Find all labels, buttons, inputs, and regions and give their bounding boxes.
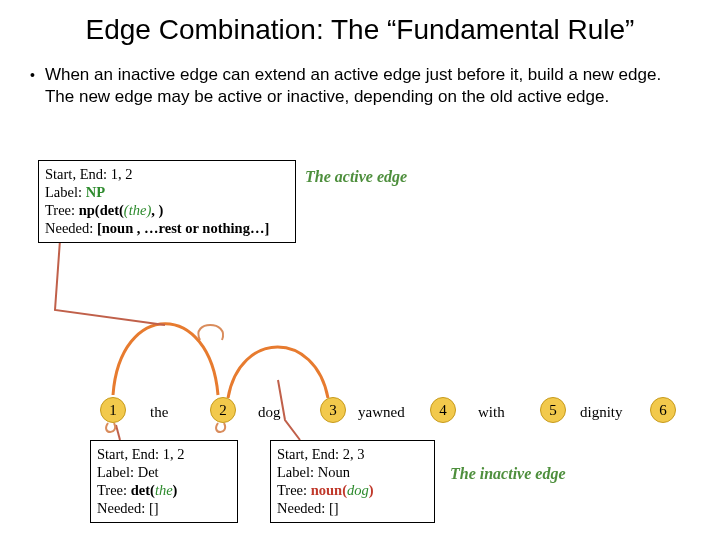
node-5: 5 bbox=[540, 397, 566, 423]
word-the: the bbox=[150, 404, 168, 421]
t: np( bbox=[79, 202, 100, 218]
t: det( bbox=[100, 202, 124, 218]
t: Needed: [] bbox=[277, 499, 428, 517]
t: , ) bbox=[151, 202, 163, 218]
word-with: with bbox=[478, 404, 505, 421]
t: NP bbox=[86, 184, 105, 200]
t: Needed: bbox=[45, 220, 97, 236]
t: the bbox=[155, 482, 173, 498]
t: noun( bbox=[311, 482, 347, 498]
t: dog bbox=[347, 482, 369, 498]
inactive-edge-annotation: The inactive edge bbox=[450, 465, 566, 483]
t: Start, End: 1, 2 bbox=[97, 445, 231, 463]
t: ) bbox=[369, 482, 374, 498]
t: Label: bbox=[45, 184, 86, 200]
word-dignity: dignity bbox=[580, 404, 623, 421]
t: Tree: bbox=[277, 482, 311, 498]
node-6: 6 bbox=[650, 397, 676, 423]
t: Label: Noun bbox=[277, 463, 428, 481]
node-4: 4 bbox=[430, 397, 456, 423]
t: Start, End: bbox=[45, 166, 111, 182]
word-dog: dog bbox=[258, 404, 281, 421]
node-3: 3 bbox=[320, 397, 346, 423]
node-2: 2 bbox=[210, 397, 236, 423]
t: det( bbox=[131, 482, 155, 498]
word-yawned: yawned bbox=[358, 404, 405, 421]
t: , …rest or nothing…] bbox=[133, 220, 269, 236]
t: Start, End: 2, 3 bbox=[277, 445, 428, 463]
t: ) bbox=[173, 482, 178, 498]
t: Needed: [] bbox=[97, 499, 231, 517]
t: Label: Det bbox=[97, 463, 231, 481]
t: 1, 2 bbox=[111, 166, 133, 182]
t: Tree: bbox=[45, 202, 79, 218]
noun-edge-box: Start, End: 2, 3 Label: Noun Tree: noun(… bbox=[270, 440, 435, 523]
t: [noun bbox=[97, 220, 133, 236]
t: Tree: bbox=[97, 482, 131, 498]
det-edge-box: Start, End: 1, 2 Label: Det Tree: det(th… bbox=[90, 440, 238, 523]
t: (the) bbox=[124, 202, 151, 218]
active-edge-annotation: The active edge bbox=[305, 168, 407, 186]
node-1: 1 bbox=[100, 397, 126, 423]
active-edge-box: Start, End: 1, 2 Label: NP Tree: np(det(… bbox=[38, 160, 296, 243]
